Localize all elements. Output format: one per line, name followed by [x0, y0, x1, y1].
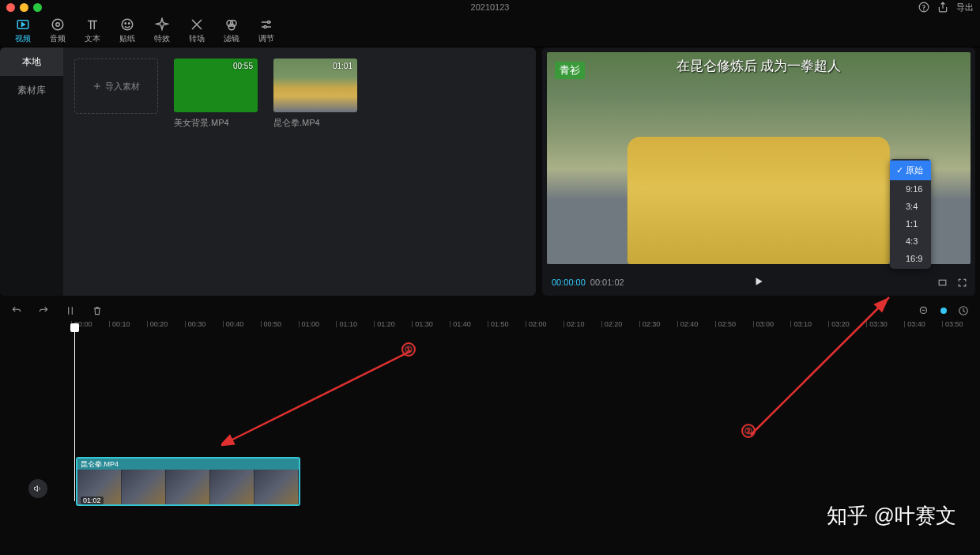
tab-adjust[interactable]: 调节 — [250, 15, 283, 47]
fullscreen-icon[interactable] — [957, 278, 967, 288]
titlebar: 20210123 导出 — [0, 0, 980, 14]
timeline-ruler[interactable]: 00:0000:1000:2000:3000:4000:5001:0001:10… — [71, 321, 980, 338]
asset-name: 昆仑拳.MP4 — [273, 117, 357, 129]
total-duration: 00:01:02 — [590, 278, 624, 287]
svg-point-7 — [125, 22, 126, 24]
import-button[interactable]: 导入素材 — [74, 59, 158, 114]
svg-point-13 — [264, 25, 266, 28]
tab-sticker[interactable]: 贴纸 — [111, 15, 144, 47]
play-button[interactable] — [753, 276, 764, 289]
media-panel: 本地 素材库 导入素材 00:55 美女背景.MP4 01:01 昆仑拳.MP4 — [0, 47, 536, 296]
maximize-icon[interactable] — [33, 3, 42, 12]
ratio-option[interactable]: 4:3 — [890, 232, 931, 250]
asset-thumbnail: 01:01 — [273, 59, 357, 112]
split-icon[interactable] — [65, 305, 76, 316]
svg-rect-15 — [939, 280, 946, 285]
svg-marker-14 — [756, 278, 763, 285]
ratio-option[interactable]: 9:16 — [890, 180, 931, 198]
export-button[interactable]: 导出 — [956, 2, 974, 13]
help-icon[interactable] — [918, 2, 929, 13]
current-time: 00:00:00 — [552, 278, 586, 287]
share-icon[interactable] — [937, 2, 948, 13]
mute-button[interactable] — [28, 479, 47, 498]
tab-transition[interactable]: 转场 — [180, 15, 213, 47]
minimize-icon[interactable] — [20, 3, 28, 12]
svg-marker-3 — [22, 22, 25, 26]
ratio-option[interactable]: 3:4 — [890, 198, 931, 215]
asset-thumbnail: 00:55 — [174, 59, 258, 112]
video-subtitle: 在昆仑修炼后 成为一拳超人 — [677, 57, 842, 75]
main-toolbar: 视频 音频 文本 贴纸 特效 转场 滤镜 调节 — [0, 14, 980, 47]
ratio-option[interactable]: 1:1 — [890, 215, 931, 232]
video-tag: 青衫 — [555, 62, 585, 79]
watermark: 知乎 @叶赛文 — [827, 502, 956, 530]
sidetab-local[interactable]: 本地 — [0, 47, 63, 76]
zoom-indicator[interactable] — [940, 308, 947, 314]
clip-duration: 01:02 — [81, 496, 104, 504]
tab-text[interactable]: 文本 — [76, 15, 109, 47]
close-icon[interactable] — [6, 3, 15, 12]
ratio-option[interactable]: 16:9 — [890, 250, 931, 267]
tab-filter[interactable]: 滤镜 — [215, 15, 248, 47]
svg-point-1 — [924, 9, 925, 10]
asset-item[interactable]: 01:01 昆仑拳.MP4 — [273, 59, 357, 129]
clip-name: 昆仑拳.MP4 — [81, 459, 119, 470]
svg-point-11 — [228, 24, 235, 30]
svg-point-6 — [122, 19, 133, 30]
aspect-ratio-menu[interactable]: ✓原始 9:16 3:4 1:1 4:3 16:9 — [890, 159, 931, 269]
asset-name: 美女背景.MP4 — [174, 117, 258, 129]
window-controls[interactable] — [6, 3, 42, 12]
annotation-marker-1: ① — [401, 342, 416, 357]
ratio-icon[interactable] — [937, 278, 948, 288]
svg-point-5 — [56, 22, 60, 26]
timeline-toolbar — [0, 300, 980, 321]
asset-item[interactable]: 00:55 美女背景.MP4 — [174, 59, 258, 129]
zoom-fit-icon[interactable] — [958, 305, 969, 316]
undo-icon[interactable] — [11, 305, 22, 316]
project-title: 20210123 — [471, 2, 510, 12]
svg-point-12 — [268, 21, 270, 23]
tab-audio[interactable]: 音频 — [41, 15, 74, 47]
delete-icon[interactable] — [92, 305, 103, 316]
annotation-marker-2: ② — [741, 424, 756, 438]
tab-video[interactable]: 视频 — [6, 15, 40, 47]
svg-point-8 — [129, 22, 130, 24]
svg-point-4 — [52, 19, 63, 30]
plus-icon — [92, 81, 102, 91]
ratio-option[interactable]: ✓原始 — [890, 160, 931, 180]
playhead[interactable] — [74, 327, 75, 501]
video-clip[interactable]: 昆仑拳.MP4 01:02 — [76, 457, 300, 506]
tab-effect[interactable]: 特效 — [145, 15, 179, 47]
sidetab-library[interactable]: 素材库 — [0, 76, 63, 104]
zoom-out-icon[interactable] — [918, 305, 929, 316]
preview-panel: 青衫 在昆仑修炼后 成为一拳超人 00:00:00 00:01:02 ✓原始 9… — [542, 47, 975, 296]
redo-icon[interactable] — [38, 305, 49, 316]
